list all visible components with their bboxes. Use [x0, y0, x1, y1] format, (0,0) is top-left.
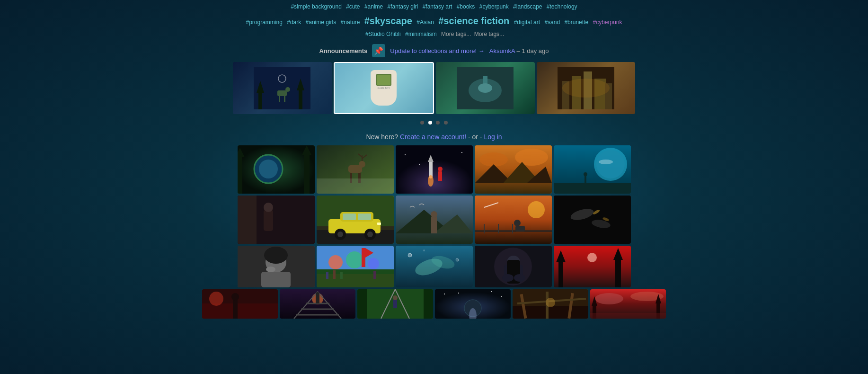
svg-rect-73: [343, 214, 356, 220]
svg-point-32: [359, 161, 365, 168]
tag-sand[interactable]: #sand: [544, 19, 560, 26]
announcement-time: 1 day ago: [522, 47, 549, 54]
svg-point-116: [408, 253, 412, 257]
svg-rect-111: [373, 271, 376, 279]
svg-point-98: [264, 247, 288, 264]
gallery-item[interactable]: [475, 246, 552, 287]
svg-rect-106: [362, 248, 365, 267]
gallery-item[interactable]: [238, 145, 315, 194]
gallery-item[interactable]: [396, 246, 473, 287]
gallery-item[interactable]: [317, 145, 394, 194]
gallery-item[interactable]: [202, 289, 278, 319]
svg-point-9: [285, 87, 290, 92]
svg-rect-63: [238, 196, 257, 244]
tag-anime[interactable]: #anime: [364, 3, 383, 10]
tag-fantasy-girl[interactable]: #fantasy girl: [388, 3, 418, 10]
tag-cute[interactable]: #cute: [346, 3, 360, 10]
svg-rect-110: [340, 272, 343, 279]
svg-point-99: [266, 267, 275, 272]
svg-rect-79: [431, 217, 437, 233]
svg-rect-8: [277, 90, 287, 96]
tag-simple-background[interactable]: #simple background: [291, 3, 341, 10]
tag-brunette[interactable]: #brunette: [564, 19, 588, 26]
tag-minimalism[interactable]: #minimalism: [405, 31, 437, 37]
carousel-item-2[interactable]: [436, 62, 535, 114]
carousel-item-0[interactable]: [233, 62, 332, 114]
gallery-item[interactable]: [554, 196, 631, 244]
svg-rect-57: [585, 176, 586, 184]
login-link[interactable]: Log in: [484, 133, 502, 141]
tag-cyberpunk-sm[interactable]: #cyberpunk: [479, 3, 509, 10]
tag-technology[interactable]: #technology: [547, 3, 577, 10]
svg-point-118: [423, 249, 425, 251]
svg-point-72: [367, 232, 373, 237]
svg-rect-75: [377, 223, 381, 225]
gallery-item[interactable]: [475, 145, 552, 194]
gallery-item[interactable]: [317, 246, 394, 287]
pin-icon: 📌: [372, 44, 385, 57]
gallery-item[interactable]: [475, 196, 552, 244]
carousel-dot-2[interactable]: [436, 121, 440, 125]
svg-rect-6: [279, 95, 280, 102]
svg-rect-175: [590, 313, 666, 319]
gallery-item[interactable]: [280, 289, 355, 319]
gallery-item[interactable]: [590, 289, 666, 319]
more-tags-label[interactable]: More tags...: [474, 31, 504, 37]
svg-point-125: [514, 274, 525, 282]
gallery-section: [228, 145, 640, 330]
gallery-item[interactable]: [554, 246, 631, 287]
announcement-link[interactable]: Update to collections and more! →: [390, 47, 484, 54]
tag-digital-art[interactable]: #digital art: [514, 19, 540, 26]
announcement-arrow: →: [478, 47, 485, 54]
tag-science-fiction[interactable]: #science fiction: [438, 16, 509, 26]
gallery-row-1: [228, 145, 640, 194]
tag-nature[interactable]: #nature: [341, 19, 360, 26]
tag-programming[interactable]: #programming: [246, 19, 282, 26]
gallery-item[interactable]: [238, 196, 315, 244]
carousel-dot-3[interactable]: [444, 121, 448, 125]
tag-studio-ghibli[interactable]: #Studio Ghibli: [365, 31, 401, 37]
svg-rect-74: [358, 214, 371, 220]
tag-books[interactable]: #books: [457, 3, 475, 10]
announcement-author[interactable]: AksumkA: [489, 47, 515, 54]
svg-point-62: [264, 203, 273, 212]
new-here-separator: - or -: [468, 133, 482, 141]
carousel-dots: [228, 116, 640, 128]
svg-point-104: [346, 251, 363, 268]
create-account-link[interactable]: Create a new account!: [400, 133, 466, 141]
gallery-item[interactable]: [554, 145, 631, 194]
carousel-dot-1[interactable]: [428, 121, 432, 125]
tag-cyberpunk-lg[interactable]: #cyberpunk: [593, 19, 622, 26]
gallery-item[interactable]: [357, 289, 433, 319]
svg-rect-127: [558, 260, 563, 287]
svg-rect-149: [424, 289, 433, 319]
carousel-item-1[interactable]: GAME BOY: [334, 62, 434, 114]
gallery-item[interactable]: [238, 246, 315, 287]
svg-rect-97: [261, 272, 291, 287]
tags-bar: #simple background #cute #anime #fantasy…: [0, 0, 868, 41]
new-here-bar: New here? Create a new account! - or - L…: [0, 128, 868, 145]
gallery-item[interactable]: [317, 196, 394, 244]
svg-rect-108: [326, 272, 328, 279]
tag-dark[interactable]: #dark: [287, 19, 301, 26]
carousel-item-3[interactable]: [537, 62, 636, 114]
svg-rect-37: [396, 145, 473, 194]
svg-rect-129: [615, 258, 621, 287]
tag-skyscape[interactable]: #skyscape: [364, 16, 412, 26]
tag-fantasy-art[interactable]: #fantasy art: [423, 3, 452, 10]
new-here-text: New here?: [366, 133, 398, 141]
gallery-item[interactable]: [435, 289, 511, 319]
gallery-item[interactable]: [396, 145, 473, 194]
tag-anime-girls[interactable]: #anime girls: [306, 19, 337, 26]
tag-asian[interactable]: #Asian: [416, 19, 434, 26]
svg-rect-109: [333, 270, 336, 279]
gallery-item[interactable]: [513, 289, 588, 319]
gallery-row-3: [228, 246, 640, 287]
tag-landscape[interactable]: #landscape: [513, 3, 542, 10]
tag-more[interactable]: More tags...: [441, 31, 471, 37]
svg-point-169: [595, 293, 623, 304]
svg-point-58: [584, 172, 587, 176]
carousel-dot-0[interactable]: [420, 121, 424, 125]
svg-point-153: [393, 295, 398, 300]
gallery-item[interactable]: [396, 196, 473, 244]
